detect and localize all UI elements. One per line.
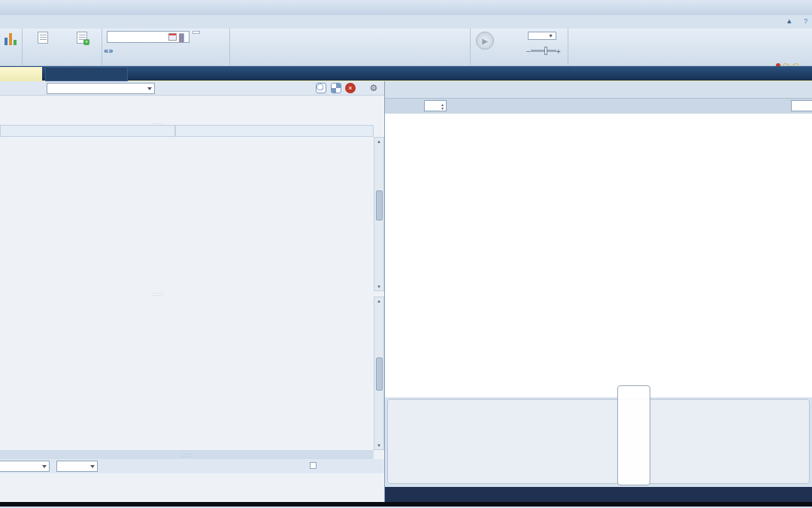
chart-status-bar [385, 487, 812, 502]
vol-adjust-spinner[interactable]: ▲▼ [424, 100, 447, 111]
speed-slider[interactable]: −+ [526, 47, 561, 56]
chart-tabs [385, 81, 812, 99]
play-button[interactable]: ▶ [474, 32, 496, 50]
drag-handle[interactable]: ::::: [143, 291, 173, 297]
time-icon[interactable]: ▐▌ [177, 33, 186, 41]
tab-analysis-rut[interactable] [45, 67, 128, 81]
collapse-ribbon-icon[interactable]: ▲ [786, 17, 792, 25]
auto-select[interactable] [56, 461, 98, 472]
reports-button[interactable] [0, 32, 23, 45]
analysis-panel: ▲▼ [384, 81, 812, 502]
menu-bar [0, 15, 812, 29]
greeks-strip [385, 397, 812, 487]
gear-icon[interactable]: ⚙ [368, 83, 379, 93]
risk-chart-plot[interactable] [385, 114, 812, 397]
trade-log-button[interactable] [26, 32, 60, 45]
ignore-trades-checkbox[interactable] [310, 462, 317, 469]
window-icons: ▲ ? [777, 17, 807, 25]
commit-trade-button[interactable]: + [63, 32, 101, 45]
document-tab-strip: × [0, 66, 812, 81]
trade-log-icon [38, 32, 48, 44]
projection-date-input[interactable] [791, 100, 812, 111]
expiry1-header[interactable] [0, 125, 175, 137]
positions-panel: × ⚙ ::::: ▲▼ ::::: ▲▼ ::::: [0, 81, 384, 502]
ribbon-group-windows [230, 29, 471, 66]
position-toolbar: × ⚙ [0, 81, 384, 96]
current-price-column[interactable] [617, 385, 650, 485]
splitter[interactable]: ::::: [0, 450, 374, 459]
tab-analysis-spx[interactable]: × [0, 67, 42, 81]
strategy-select[interactable] [47, 83, 155, 94]
chart-toolbar: ▲▼ [385, 99, 812, 114]
ribbon-group-reports [0, 29, 23, 66]
ribbon-group-playback: ▶ ▼ −+ [471, 29, 568, 66]
time-step-row: «» [104, 46, 229, 55]
search-icon[interactable] [316, 83, 326, 93]
title-bar [0, 0, 812, 15]
grid-view-icon[interactable] [331, 83, 341, 93]
exp-button[interactable] [192, 31, 200, 34]
commit-trade-icon: + [77, 32, 87, 44]
summary-filter-row [0, 459, 384, 473]
scrollbar-table2[interactable]: ▲▼ [374, 297, 384, 450]
trading-date-input[interactable]: ▐▌ [107, 31, 189, 43]
scrollbar-table1[interactable]: ▲▼ [374, 137, 384, 291]
expiry2-header[interactable] [175, 125, 374, 137]
play-icon: ▶ [476, 32, 494, 50]
ribbon: + ▐▌ «» ▶ ▼ −+ [0, 29, 812, 66]
reports-icon [4, 32, 19, 45]
ribbon-group-datetime: ▐▌ «» [102, 29, 230, 66]
interval-select[interactable]: ▼ [528, 32, 556, 40]
ribbon-group-tradelog: + [23, 29, 102, 66]
calendar-icon[interactable] [168, 33, 177, 41]
chevron-right-icon[interactable]: » [108, 46, 113, 55]
position-filter-select[interactable] [0, 461, 50, 472]
close-position-icon[interactable]: × [345, 83, 356, 93]
help-icon[interactable]: ? [804, 17, 807, 25]
